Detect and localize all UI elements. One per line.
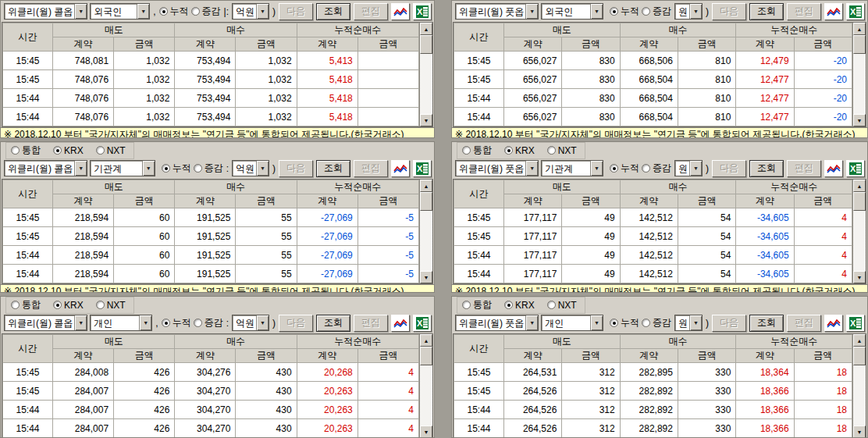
chart-icon[interactable] [391, 3, 410, 20]
change-radio[interactable]: 증감 [194, 162, 223, 175]
search-button[interactable]: 조회 [316, 315, 350, 332]
next-button[interactable]: 다음 [712, 160, 746, 177]
investor-select[interactable]: 기관계▼ [90, 160, 155, 176]
next-button[interactable]: 다음 [279, 315, 313, 332]
scroll-up-icon[interactable]: ▲ [853, 23, 866, 35]
chart-icon[interactable] [391, 160, 410, 177]
product-select[interactable]: 위클리(월) 콜옵▼ [4, 3, 87, 20]
table-row: 15:44177,11749142,51254-34,6054 [454, 265, 852, 283]
product-select[interactable]: 위클리(월) 풋옵▼ [455, 160, 539, 176]
scroll-down-icon[interactable]: ▼ [420, 114, 432, 126]
market-radio-krx[interactable]: KRX [53, 144, 84, 157]
next-button[interactable]: 다음 [279, 3, 313, 20]
market-radio-tonghap[interactable]: 통합 [11, 144, 41, 157]
scrollbar-thumb[interactable] [420, 192, 432, 211]
scroll-up-icon[interactable]: ▲ [420, 180, 432, 192]
edit-button[interactable]: 편집 [354, 3, 388, 20]
chart-icon[interactable] [391, 315, 410, 332]
vertical-scrollbar[interactable]: ▲ ▼ [852, 180, 866, 283]
product-select[interactable]: 위클리(월) 풋옵▼ [455, 3, 539, 20]
accumulate-radio[interactable]: 누적 [610, 162, 639, 175]
chart-icon[interactable] [824, 3, 843, 20]
market-radio-nxt[interactable]: NXT [547, 144, 577, 157]
investor-select[interactable]: 개인▼ [90, 315, 152, 331]
edit-button[interactable]: 편집 [787, 315, 821, 332]
accumulate-radio[interactable]: 누적 [162, 316, 191, 329]
market-radio-krx[interactable]: KRX [53, 298, 84, 312]
vertical-scrollbar[interactable]: ▲ ▼ [419, 23, 432, 126]
next-button[interactable]: 다음 [279, 160, 313, 177]
search-button[interactable]: 조회 [316, 3, 350, 20]
vertical-scrollbar[interactable]: ▲ ▼ [419, 334, 432, 438]
edit-button[interactable]: 편집 [354, 160, 388, 177]
unit-select[interactable]: 원▼ [674, 3, 703, 20]
search-button[interactable]: 조회 [749, 315, 784, 332]
accumulate-radio[interactable]: 누적 [610, 316, 639, 329]
next-button[interactable]: 다음 [712, 3, 746, 20]
scrollbar-thumb[interactable] [853, 35, 866, 54]
vertical-scrollbar[interactable]: ▲ ▼ [852, 23, 866, 126]
product-select[interactable]: 위클리(월) 콜옵▼ [4, 315, 87, 331]
edit-button[interactable]: 편집 [354, 315, 388, 332]
excel-icon[interactable]: X [846, 315, 865, 332]
accumulate-radio[interactable]: 누적 [162, 162, 191, 175]
excel-icon[interactable]: X [413, 160, 432, 177]
accumulate-radio[interactable]: 누적 [610, 5, 639, 18]
change-radio[interactable]: 증감 [642, 5, 671, 18]
scroll-up-icon[interactable]: ▲ [853, 180, 866, 192]
accumulate-radio[interactable]: 누적 [159, 5, 189, 18]
market-radio-nxt[interactable]: NXT [96, 298, 126, 312]
scroll-up-icon[interactable]: ▲ [420, 334, 432, 347]
chart-icon[interactable] [824, 315, 843, 332]
scroll-down-icon[interactable]: ▼ [420, 426, 432, 438]
unit-select[interactable]: 억원▼ [232, 160, 269, 176]
market-radio-tonghap[interactable]: 통합 [462, 298, 492, 312]
vertical-scrollbar[interactable]: ▲ ▼ [419, 180, 432, 283]
market-radio-krx[interactable]: KRX [504, 298, 535, 312]
unit-select[interactable]: 원▼ [674, 315, 703, 331]
notice-bar: ※ 2018.12.10 부터 "국가/지자체"의 매매정보는 "연기금 등"에… [452, 127, 867, 138]
next-button[interactable]: 다음 [712, 315, 746, 332]
market-radio-label: 통합 [473, 298, 492, 312]
excel-icon[interactable]: X [413, 315, 432, 332]
investor-select[interactable]: 기관계▼ [541, 160, 603, 176]
excel-icon[interactable]: X [846, 160, 865, 177]
investor-select[interactable]: 개인▼ [541, 315, 603, 331]
search-button[interactable]: 조회 [749, 3, 784, 20]
excel-icon[interactable]: X [846, 3, 865, 20]
scroll-up-icon[interactable]: ▲ [420, 23, 432, 35]
market-radio-krx[interactable]: KRX [504, 144, 535, 157]
investor-select[interactable]: 외국인▼ [541, 3, 603, 20]
unit-select[interactable]: 원▼ [674, 160, 703, 176]
search-button[interactable]: 조회 [316, 160, 350, 177]
scrollbar-thumb[interactable] [853, 347, 866, 365]
unit-select[interactable]: 억원▼ [232, 3, 269, 20]
edit-button[interactable]: 편집 [787, 3, 821, 20]
unit-select[interactable]: 억원▼ [232, 315, 269, 331]
edit-button[interactable]: 편집 [787, 160, 821, 177]
change-radio[interactable]: 증감 [642, 316, 671, 329]
scroll-down-icon[interactable]: ▼ [853, 114, 866, 126]
scroll-up-icon[interactable]: ▲ [853, 334, 866, 347]
change-radio[interactable]: 증감 [642, 162, 671, 175]
vertical-scrollbar[interactable]: ▲ ▼ [852, 334, 866, 438]
excel-icon[interactable]: X [413, 3, 432, 20]
change-radio[interactable]: 증감 [194, 316, 223, 329]
scroll-down-icon[interactable]: ▼ [853, 426, 866, 438]
market-radio-nxt[interactable]: NXT [547, 298, 577, 312]
market-radio-tonghap[interactable]: 통합 [462, 144, 492, 157]
market-radio-nxt[interactable]: NXT [96, 144, 126, 157]
chart-icon[interactable] [824, 160, 843, 177]
search-button[interactable]: 조회 [749, 160, 784, 177]
market-radio-tonghap[interactable]: 통합 [11, 298, 41, 312]
product-select[interactable]: 위클리(월) 풋옵▼ [455, 315, 539, 331]
scrollbar-thumb[interactable] [420, 347, 432, 365]
scroll-down-icon[interactable]: ▼ [853, 271, 866, 283]
scrollbar-thumb[interactable] [420, 35, 432, 54]
product-select[interactable]: 위클리(월) 콜옵▼ [4, 160, 87, 176]
scrollbar-thumb[interactable] [853, 192, 866, 211]
scroll-down-icon[interactable]: ▼ [420, 271, 432, 283]
investor-select[interactable]: 외국인▼ [90, 3, 150, 20]
table-row: 15:44656,027830668,50481012,477-20 [454, 89, 852, 108]
change-radio[interactable]: 증감 [191, 5, 221, 18]
